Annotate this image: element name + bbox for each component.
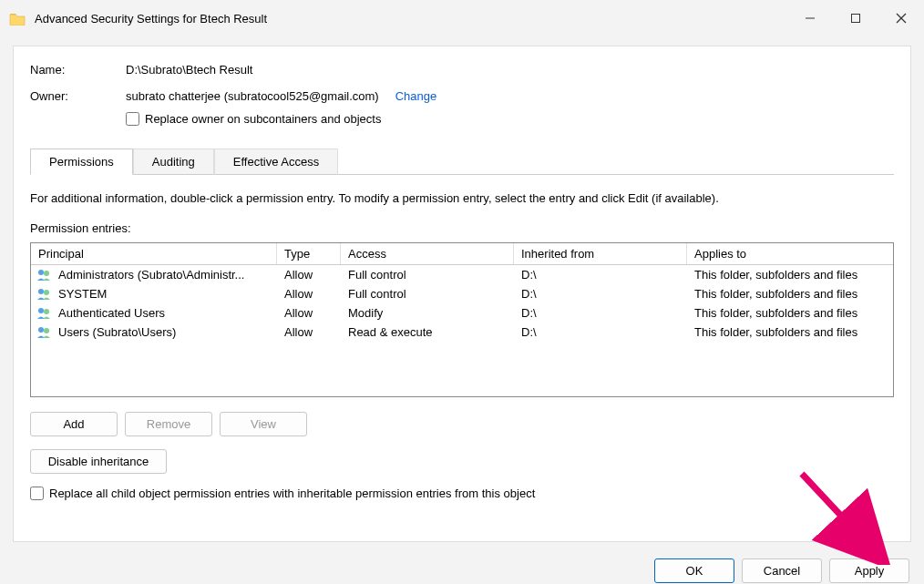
tab-permissions[interactable]: Permissions [30, 149, 133, 175]
cell-type: Allow [277, 323, 341, 342]
svg-point-10 [38, 327, 44, 333]
cell-inherited: D:\ [514, 284, 687, 303]
col-applies[interactable]: Applies to [687, 243, 893, 264]
svg-point-7 [44, 290, 49, 295]
tab-content: For additional information, double-click… [30, 175, 894, 530]
tab-strip: Permissions Auditing Effective Access [30, 148, 894, 175]
dialog-body: Name: D:\Subrato\Btech Result Owner: sub… [0, 36, 924, 551]
tab-auditing[interactable]: Auditing [133, 149, 214, 175]
titlebar: Advanced Security Settings for Btech Res… [0, 0, 924, 36]
dialog-footer: OK Cancel Apply [0, 551, 924, 584]
svg-rect-1 [852, 15, 860, 23]
cell-access: Full control [341, 265, 514, 284]
replace-child-label: Replace all child object permission entr… [49, 487, 535, 500]
remove-button[interactable]: Remove [125, 412, 212, 436]
svg-point-11 [44, 328, 49, 333]
owner-value: subrato chatterjee (subratocool525@gmail… [126, 89, 379, 103]
col-principal[interactable]: Principal [31, 243, 277, 264]
col-type[interactable]: Type [277, 243, 341, 264]
users-icon [36, 326, 53, 339]
svg-point-4 [38, 270, 44, 275]
folder-icon [9, 12, 26, 26]
apply-button[interactable]: Apply [829, 558, 909, 583]
window-title: Advanced Security Settings for Btech Res… [35, 12, 787, 26]
svg-point-9 [44, 309, 49, 314]
col-access[interactable]: Access [341, 243, 514, 264]
users-icon [36, 269, 53, 282]
cell-access: Full control [341, 284, 514, 303]
cell-access: Read & execute [341, 323, 514, 342]
ok-button[interactable]: OK [654, 558, 734, 583]
name-label: Name: [30, 63, 126, 77]
minimize-button[interactable] [787, 0, 833, 36]
replace-owner-label: Replace owner on subcontainers and objec… [145, 112, 381, 126]
svg-point-5 [44, 271, 49, 276]
cell-type: Allow [277, 284, 341, 303]
table-row[interactable]: Users (Subrato\Users) Allow Read & execu… [31, 323, 893, 342]
cell-type: Allow [277, 265, 341, 284]
table-row[interactable]: Administrators (Subrato\Administr... All… [31, 265, 893, 284]
window-controls [787, 0, 924, 36]
cell-principal: Administrators (Subrato\Administr... [58, 268, 244, 282]
info-grid: Name: D:\Subrato\Btech Result Owner: sub… [30, 63, 894, 126]
cell-applies: This folder, subfolders and files [687, 284, 893, 303]
intro-text: For additional information, double-click… [30, 191, 894, 205]
table-row[interactable]: Authenticated Users Allow Modify D:\ Thi… [31, 303, 893, 323]
window: Advanced Security Settings for Btech Res… [0, 0, 924, 584]
permission-table: Principal Type Access Inherited from App… [30, 242, 894, 397]
cell-principal: Authenticated Users [58, 306, 165, 320]
cell-type: Allow [277, 303, 341, 323]
name-value: D:\Subrato\Btech Result [126, 63, 894, 77]
cell-access: Modify [341, 303, 514, 323]
cell-inherited: D:\ [514, 265, 687, 284]
table-row[interactable]: SYSTEM Allow Full control D:\ This folde… [31, 284, 893, 303]
tab-effective-access[interactable]: Effective Access [214, 149, 338, 175]
cell-principal: SYSTEM [58, 287, 107, 301]
cancel-button[interactable]: Cancel [742, 558, 822, 583]
users-icon [36, 307, 53, 320]
cell-applies: This folder, subfolders and files [687, 323, 893, 342]
change-owner-link[interactable]: Change [395, 89, 437, 103]
replace-owner-checkbox[interactable] [126, 112, 139, 126]
svg-point-8 [38, 308, 44, 313]
replace-child-checkbox[interactable] [30, 487, 44, 500]
view-button[interactable]: View [220, 412, 307, 436]
users-icon [36, 288, 53, 301]
add-button[interactable]: Add [30, 412, 118, 436]
cell-inherited: D:\ [514, 303, 687, 323]
inner-panel: Name: D:\Subrato\Btech Result Owner: sub… [13, 46, 911, 542]
entries-label: Permission entries: [30, 221, 894, 235]
cell-inherited: D:\ [514, 323, 687, 342]
entry-buttons: Add Remove View [30, 412, 894, 436]
maximize-button[interactable] [833, 0, 878, 36]
cell-applies: This folder, subfolders and files [687, 265, 893, 284]
cell-principal: Users (Subrato\Users) [58, 325, 176, 339]
close-button[interactable] [878, 0, 924, 36]
cell-applies: This folder, subfolders and files [687, 303, 893, 323]
svg-point-6 [38, 289, 44, 294]
owner-label: Owner: [30, 89, 126, 126]
table-header: Principal Type Access Inherited from App… [31, 243, 893, 265]
col-inherited[interactable]: Inherited from [514, 243, 687, 264]
disable-inheritance-button[interactable]: Disable inheritance [30, 449, 167, 474]
